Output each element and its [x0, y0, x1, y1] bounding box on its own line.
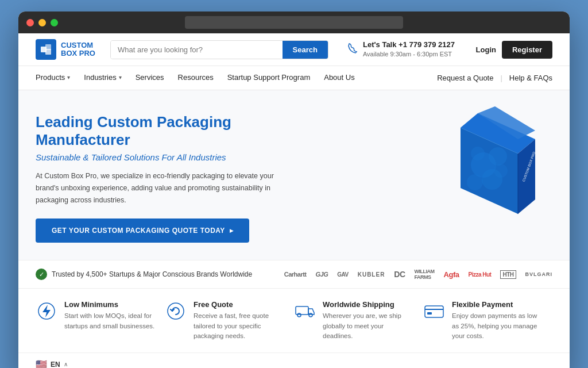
feature-text-shipping: Worldwide Shipping Wherever you are, we …: [323, 300, 414, 341]
help-faqs-link[interactable]: Help & FAQs: [509, 74, 552, 82]
trusted-text: ✓ Trusted by 4,500+ Startups & Major Con…: [36, 269, 252, 280]
search-bar[interactable]: Search: [110, 40, 328, 59]
logo-text: CUSTOM BOX PRO: [61, 41, 95, 58]
contact-info: Let's Talk +1 779 379 2127 Available 9:3…: [347, 40, 455, 58]
contact-details: Let's Talk +1 779 379 2127 Available 9:3…: [363, 40, 455, 58]
nav-item-startup[interactable]: Startup Support Program: [227, 66, 311, 90]
brand-logo-agfa: Agfa: [444, 270, 459, 279]
logo-icon: [36, 39, 56, 60]
features-section: Low Minimums Start with low MOQs, ideal …: [18, 289, 570, 352]
request-quote-link[interactable]: Request a Quote: [437, 74, 493, 82]
feature-worldwide-shipping: Worldwide Shipping Wherever you are, we …: [294, 300, 423, 341]
register-button[interactable]: Register: [502, 41, 552, 59]
titlebar: [18, 12, 570, 33]
close-button[interactable]: [26, 19, 34, 26]
bolt-icon: [36, 300, 57, 322]
address-bar[interactable]: [185, 16, 403, 29]
hero-description: At Custom Box Pro, we specialize in eco-…: [36, 170, 277, 206]
cta-button[interactable]: GET YOUR CUSTOM PACKAGING QUOTE TODAY ▸: [36, 218, 249, 243]
lang-chevron-icon: ∧: [64, 361, 68, 367]
chevron-down-icon: ▾: [119, 74, 122, 80]
svg-point-9: [467, 174, 483, 190]
flag-icon: 🇺🇸: [36, 359, 47, 368]
brand-logo-hth: HTH: [500, 270, 516, 279]
hero-section: Leading Custom Packaging Manufacturer Su…: [18, 90, 570, 260]
language-label: EN: [51, 361, 60, 369]
brand-logo-pizzahut: Pizza Hut: [468, 271, 491, 278]
svg-point-21: [309, 313, 312, 317]
footer-lang[interactable]: 🇺🇸 EN ∧: [18, 352, 570, 368]
brand-logo-kubler: KUBLER: [358, 271, 385, 278]
card-icon: [423, 300, 445, 322]
logo[interactable]: CUSTOM BOX PRO: [36, 39, 95, 60]
brand-logo-carhartt: Carhartt: [284, 271, 307, 278]
feature-text-free-quote: Free Quote Receive a fast, free quote ta…: [194, 300, 285, 341]
brand-logo-dc: DC: [394, 270, 405, 279]
header-actions: Login Register: [476, 41, 552, 59]
brand-logo-william: WILLIAMFARMS: [415, 269, 435, 280]
feature-free-quote: Free Quote Receive a fast, free quote ta…: [165, 300, 294, 341]
brand-logos: Carhartt GJG GAV KUBLER DC WILLIAMFARMS …: [264, 269, 552, 280]
brand-logo-gjg: GJG: [316, 271, 328, 278]
nav-right: Request a Quote | Help & FAQs: [437, 74, 552, 82]
svg-point-10: [471, 147, 485, 160]
svg-point-20: [297, 313, 301, 317]
nav-left: Products ▾ Industries ▾ Services Resourc…: [36, 66, 437, 90]
nav-divider: |: [500, 74, 502, 82]
svg-marker-17: [42, 305, 51, 317]
svg-point-11: [494, 164, 508, 178]
nav-item-products[interactable]: Products ▾: [36, 66, 70, 90]
hero-content: Leading Custom Packaging Manufacturer Su…: [36, 113, 311, 243]
phone-icon: [347, 43, 358, 57]
login-button[interactable]: Login: [476, 45, 496, 54]
hero-product-image: CUSTOM BOX PRO: [403, 102, 552, 228]
nav-item-resources[interactable]: Resources: [178, 66, 214, 90]
search-input[interactable]: [111, 41, 283, 59]
nav-item-industries[interactable]: Industries ▾: [84, 66, 121, 90]
feature-flexible-payment: Flexible Payment Enjoy down payments as …: [423, 300, 552, 341]
svg-rect-2: [45, 49, 51, 55]
feature-text-low-minimums: Low Minimums Start with low MOQs, ideal …: [64, 300, 156, 331]
main-nav: Products ▾ Industries ▾ Services Resourc…: [18, 66, 570, 90]
refresh-icon: [165, 300, 187, 322]
svg-rect-22: [425, 306, 443, 317]
svg-point-18: [168, 303, 184, 319]
feature-text-payment: Flexible Payment Enjoy down payments as …: [452, 300, 543, 341]
svg-point-7: [489, 147, 507, 166]
truck-icon: [294, 300, 316, 322]
brand-logo-bvlgari: BVLGARI: [525, 271, 553, 277]
nav-item-services[interactable]: Services: [136, 66, 164, 90]
svg-rect-24: [427, 312, 432, 315]
svg-rect-19: [296, 306, 308, 315]
search-button[interactable]: Search: [283, 41, 328, 59]
feature-low-minimums: Low Minimums Start with low MOQs, ideal …: [36, 300, 165, 341]
site-header: CUSTOM BOX PRO Search Let's Talk +1 779 …: [18, 33, 570, 66]
trusted-bar: ✓ Trusted by 4,500+ Startups & Major Con…: [18, 260, 570, 289]
brand-logo-gav: GAV: [337, 271, 348, 278]
hero-title: Leading Custom Packaging Manufacturer: [36, 113, 311, 149]
minimize-button[interactable]: [38, 19, 46, 26]
hero-subtitle: Sustainable & Tailored Solutions For All…: [36, 152, 311, 162]
chevron-down-icon: ▾: [67, 74, 70, 80]
nav-item-about[interactable]: About Us: [324, 66, 354, 90]
maximize-button[interactable]: [51, 19, 58, 26]
trusted-badge-icon: ✓: [36, 269, 47, 280]
